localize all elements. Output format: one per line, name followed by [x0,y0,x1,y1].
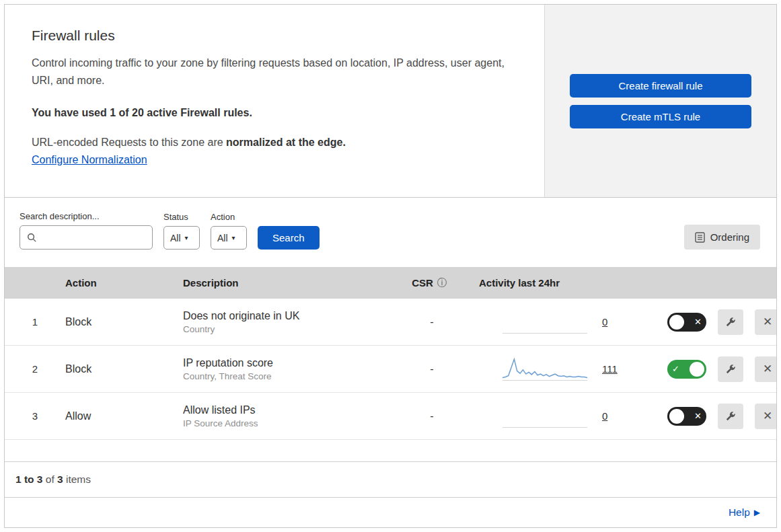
action-selected-value: All [217,233,228,243]
toggle-knob [669,409,684,424]
rule-csr: - [398,410,466,422]
status-filter-group: Status All ▾ [163,212,200,250]
search-label: Search description... [20,211,153,221]
rule-activity-cell: 0 [466,311,667,334]
rule-controls: ✕ ✕ [667,309,777,335]
normalization-note: URL-encoded Requests to this zone are no… [32,137,517,149]
activity-sparkline [503,405,587,428]
chevron-down-icon: ▾ [232,234,235,241]
rule-description-cell: IP reputation score Country, Threat Scor… [183,357,398,381]
info-icon[interactable]: ⓘ [437,277,447,289]
rule-csr: - [398,316,466,328]
help-label: Help [729,506,750,519]
of-text: of [46,473,54,485]
rule-enabled-toggle[interactable]: ✕ [667,313,706,332]
rule-fields: IP Source Address [183,418,398,428]
search-input[interactable] [42,232,164,243]
create-firewall-rule-button[interactable]: Create firewall rule [570,74,751,98]
rule-description-cell: Does not originate in UK Country [183,310,398,334]
usage-summary: You have used 1 of 20 active Firewall ru… [32,107,517,119]
rule-index: 1 [5,316,65,328]
action-select[interactable]: All ▾ [211,226,247,250]
item-total: 3 [57,473,63,485]
close-icon: ✕ [763,315,772,329]
action-column-header: Action [65,277,183,289]
rule-enabled-toggle[interactable]: ✕ [667,407,706,426]
rule-controls: ✓ ✕ [667,356,777,382]
status-label: Status [163,212,200,222]
wrench-icon [724,316,737,328]
ordering-icon [695,232,705,243]
edit-rule-button[interactable] [718,309,743,335]
rule-index: 2 [5,363,65,375]
rule-description: IP reputation score [183,357,398,369]
edit-rule-button[interactable] [718,404,743,429]
csr-column-header: CSR ⓘ [398,277,466,289]
rule-description: Does not originate in UK [183,310,398,322]
pagination-summary: 1 to 3 of 3 items [5,461,776,497]
rule-activity-cell: 111 [466,358,667,381]
close-icon: ✕ [763,409,772,423]
delete-rule-button[interactable]: ✕ [755,309,777,335]
help-row: Help ▶ [5,497,776,527]
rule-enabled-toggle[interactable]: ✓ [667,360,706,379]
rule-activity-cell: 0 [466,405,667,428]
item-range: 1 to 3 [15,473,42,485]
configure-normalization-link[interactable]: Configure Normalization [32,154,147,165]
help-link[interactable]: Help ▶ [729,506,760,519]
table-row: 2 Block IP reputation score Country, Thr… [5,346,776,393]
close-icon: ✕ [763,362,772,376]
normalization-prefix: URL-encoded Requests to this zone are [32,137,226,148]
filter-bar: Search description... Status All ▾ Actio… [5,198,776,267]
description-column-header: Description [183,277,398,289]
rule-action: Block [65,316,183,328]
table-header: Action Description CSR ⓘ Activity last 2… [5,267,776,299]
rule-action: Block [65,363,183,375]
rule-controls: ✕ ✕ [667,404,777,429]
status-selected-value: All [170,233,181,243]
page-description: Control incoming traffic to your zone by… [32,54,509,89]
rule-index: 3 [5,410,65,422]
action-label: Action [211,212,247,222]
help-arrow-icon: ▶ [754,508,760,517]
rule-action: Allow [65,410,183,422]
toggle-off-icon: ✕ [694,317,702,326]
activity-column-header: Activity last 24hr [466,277,667,289]
page-title: Firewall rules [32,28,517,44]
items-text: items [66,473,91,485]
firewall-rules-card: Firewall rules Control incoming traffic … [4,4,777,528]
ordering-button[interactable]: Ordering [684,225,760,250]
rule-description-cell: Allow listed IPs IP Source Address [183,404,398,428]
rule-description: Allow listed IPs [183,404,398,416]
header-section: Firewall rules Control incoming traffic … [5,5,776,198]
toggle-off-icon: ✕ [694,412,702,420]
toggle-on-icon: ✓ [672,365,679,373]
rule-fields: Country [183,324,398,334]
create-mtls-rule-button[interactable]: Create mTLS rule [570,105,751,128]
rule-fields: Country, Threat Score [183,371,398,381]
activity-count-link[interactable]: 0 [602,410,607,422]
search-icon [27,233,37,243]
wrench-icon [724,363,737,375]
activity-count-link[interactable]: 0 [602,316,607,328]
edit-rule-button[interactable] [718,356,743,382]
ordering-button-label: Ordering [710,231,749,243]
toggle-knob [690,362,704,377]
activity-count-link[interactable]: 111 [602,363,618,375]
activity-sparkline [503,311,587,334]
action-filter-group: Action All ▾ [211,212,247,250]
csr-header-label: CSR [412,277,433,289]
wrench-icon [724,410,737,422]
table-row: 1 Block Does not originate in UK Country… [5,299,776,346]
spacer [5,440,776,461]
toggle-knob [669,315,684,330]
action-panel: Create firewall rule Create mTLS rule [545,5,776,197]
search-button[interactable]: Search [258,226,320,250]
activity-sparkline [503,358,587,381]
search-group: Search description... [20,211,153,250]
search-box[interactable] [20,225,153,250]
delete-rule-button[interactable]: ✕ [755,404,777,429]
status-select[interactable]: All ▾ [163,226,200,250]
normalization-bold: normalized at the edge. [226,137,346,148]
delete-rule-button[interactable]: ✕ [755,356,777,382]
